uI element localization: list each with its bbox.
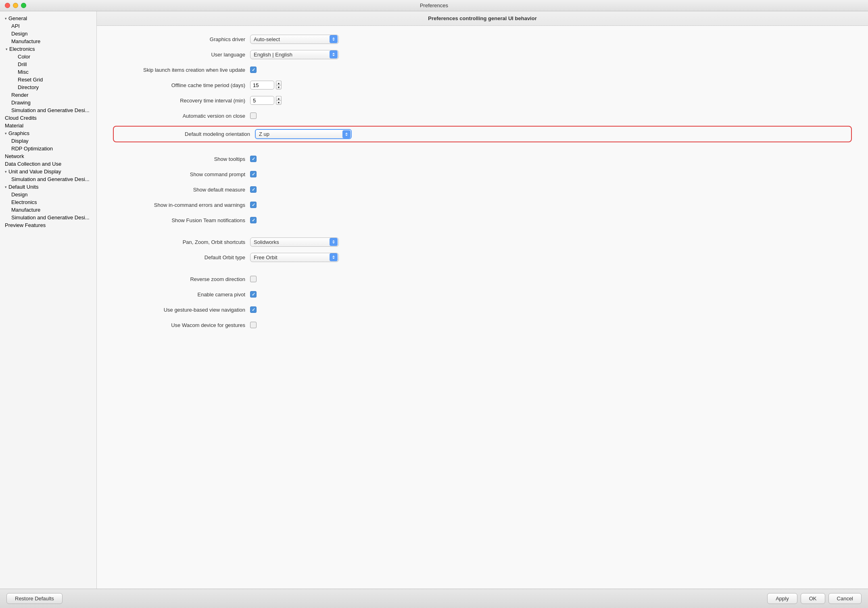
sidebar-item-design[interactable]: Design <box>0 30 96 37</box>
sidebar-item-simulation[interactable]: Simulation and Generative Desi... <box>0 106 96 114</box>
wacom-checkbox[interactable] <box>250 322 257 328</box>
offline-cache-increment[interactable]: ▲ <box>276 81 282 85</box>
recovery-time-decrement[interactable]: ▼ <box>276 100 282 105</box>
sidebar-item-material[interactable]: Material <box>2 122 96 129</box>
show-command-prompt-control <box>250 171 852 177</box>
enable-camera-checkbox[interactable] <box>250 291 257 298</box>
orientation-select-wrapper[interactable]: Z up Y up <box>255 129 352 139</box>
sidebar-item-display[interactable]: Display <box>0 137 96 145</box>
gesture-nav-row: Use gesture-based view navigation <box>113 304 852 315</box>
show-fusion-control <box>250 217 852 223</box>
chevron-graphics-icon: ▾ <box>5 131 7 135</box>
default-orbit-label: Default Orbit type <box>113 254 250 260</box>
default-orbit-select[interactable]: Free Orbit Constrained Orbit <box>250 253 339 262</box>
pan-zoom-select[interactable]: Solidworks Fusion 360 Alias Tinkercad Au… <box>250 237 339 247</box>
sidebar-item-directory[interactable]: Directory <box>0 83 96 91</box>
auto-version-checkbox[interactable] <box>250 112 257 119</box>
chevron-unit-icon: ▾ <box>5 170 7 174</box>
sidebar-item-cloud-credits[interactable]: Cloud Credits <box>2 114 96 122</box>
sidebar-item-sim-gen[interactable]: Simulation and Generative Desi... <box>0 175 96 183</box>
sidebar-item-general[interactable]: ▾ General <box>0 15 96 22</box>
sidebar-item-general-label: General <box>8 15 27 21</box>
content-area: Preferences controlling general UI behav… <box>97 11 868 589</box>
sidebar-item-design2[interactable]: Design <box>0 191 96 198</box>
sidebar-item-misc[interactable]: Misc <box>0 68 96 76</box>
sidebar-item-graphics[interactable]: ▾ Graphics <box>2 129 96 137</box>
show-errors-control <box>250 202 852 208</box>
offline-cache-input[interactable] <box>250 81 274 90</box>
maximize-button[interactable] <box>21 3 26 8</box>
sidebar-item-rdp[interactable]: RDP Optimization <box>0 145 96 152</box>
sidebar-item-electronics[interactable]: ▾ Electronics <box>0 45 96 53</box>
show-default-measure-checkbox[interactable] <box>250 186 257 193</box>
chevron-general-icon: ▾ <box>5 17 7 21</box>
user-language-control: English | English French | Français Germ… <box>250 50 852 59</box>
orientation-select[interactable]: Z up Y up <box>255 129 352 139</box>
graphics-driver-select[interactable]: Auto-select OpenGL DirectX <box>250 35 339 44</box>
offline-cache-decrement[interactable]: ▼ <box>276 85 282 90</box>
show-tooltips-checkbox[interactable] <box>250 156 257 162</box>
enable-camera-row: Enable camera pivot <box>113 289 852 300</box>
content-body: Graphics driver Auto-select OpenGL Direc… <box>97 26 868 589</box>
window-title: Preferences <box>420 2 448 8</box>
close-button[interactable] <box>5 3 10 8</box>
sidebar-item-drawing[interactable]: Drawing <box>0 99 96 106</box>
recovery-time-increment[interactable]: ▲ <box>276 96 282 100</box>
sidebar-item-network[interactable]: Network <box>2 152 96 160</box>
sidebar-item-electronics2[interactable]: Electronics <box>0 198 96 206</box>
pan-zoom-row: Pan, Zoom, Orbit shortcuts Solidworks Fu… <box>113 237 852 247</box>
show-fusion-label: Show Fusion Team notifications <box>113 217 250 223</box>
apply-button[interactable]: Apply <box>767 593 797 604</box>
sidebar-item-drill[interactable]: Drill <box>0 60 96 68</box>
offline-cache-spinner-buttons: ▲ ▼ <box>276 81 282 90</box>
user-language-row: User language English | English French |… <box>113 49 852 60</box>
sidebar-item-reset-grid[interactable]: Reset Grid <box>0 76 96 83</box>
user-language-select[interactable]: English | English French | Français Germ… <box>250 50 339 59</box>
default-orientation-control: Z up Y up <box>255 129 847 139</box>
show-command-prompt-row: Show command prompt <box>113 169 852 179</box>
gesture-nav-checkbox[interactable] <box>250 306 257 313</box>
sidebar-item-manufacture2[interactable]: Manufacture <box>0 206 96 214</box>
offline-cache-control: ▲ ▼ <box>250 81 852 90</box>
skip-launch-checkbox[interactable] <box>250 67 257 73</box>
show-errors-checkbox[interactable] <box>250 202 257 208</box>
sidebar-item-api[interactable]: API <box>0 22 96 30</box>
show-fusion-checkbox[interactable] <box>250 217 257 223</box>
pan-zoom-control: Solidworks Fusion 360 Alias Tinkercad Au… <box>250 237 852 247</box>
sidebar-item-manufacture[interactable]: Manufacture <box>0 37 96 45</box>
gesture-nav-control <box>250 306 852 313</box>
show-command-prompt-checkbox[interactable] <box>250 171 257 177</box>
sidebar-item-preview-features[interactable]: Preview Features <box>2 221 96 229</box>
restore-defaults-button[interactable]: Restore Defaults <box>6 593 63 604</box>
default-orbit-select-wrapper[interactable]: Free Orbit Constrained Orbit <box>250 253 339 262</box>
sidebar-item-default-units[interactable]: ▾ Default Units <box>2 183 96 191</box>
sidebar-item-unit-value[interactable]: ▾ Unit and Value Display <box>2 168 96 175</box>
pan-zoom-select-wrapper[interactable]: Solidworks Fusion 360 Alias Tinkercad Au… <box>250 237 339 247</box>
gesture-nav-label: Use gesture-based view navigation <box>113 307 250 313</box>
show-default-measure-label: Show default measure <box>113 187 250 193</box>
auto-version-row: Automatic version on close <box>113 110 852 121</box>
minimize-button[interactable] <box>13 3 18 8</box>
user-language-select-wrapper[interactable]: English | English French | Français Germ… <box>250 50 339 59</box>
recovery-time-input[interactable] <box>250 96 274 105</box>
graphics-driver-select-wrapper[interactable]: Auto-select OpenGL DirectX <box>250 35 339 44</box>
bottom-bar: Restore Defaults Apply OK Cancel <box>0 589 868 608</box>
content-header: Preferences controlling general UI behav… <box>97 11 868 26</box>
auto-version-label: Automatic version on close <box>113 113 250 119</box>
sidebar-item-render[interactable]: Render <box>0 91 96 99</box>
cancel-button[interactable]: Cancel <box>828 593 862 604</box>
ok-button[interactable]: OK <box>801 593 825 604</box>
sidebar-item-unit-value-label: Unit and Value Display <box>8 169 61 175</box>
recovery-time-control: ▲ ▼ <box>250 96 852 105</box>
recovery-time-spinner: ▲ ▼ <box>250 96 282 105</box>
sidebar-item-electronics-label: Electronics <box>9 46 35 52</box>
show-default-measure-control <box>250 186 852 193</box>
recovery-time-row: Recovery time interval (min) ▲ ▼ <box>113 95 852 106</box>
wacom-label: Use Wacom device for gestures <box>113 322 250 328</box>
sidebar-item-color[interactable]: Color <box>0 53 96 60</box>
sidebar-item-sim-gen2[interactable]: Simulation and Generative Desi... <box>0 214 96 221</box>
enable-camera-label: Enable camera pivot <box>113 292 250 298</box>
reverse-zoom-checkbox[interactable] <box>250 276 257 282</box>
wacom-control <box>250 322 852 328</box>
sidebar-item-data-collection[interactable]: Data Collection and Use <box>2 160 96 168</box>
